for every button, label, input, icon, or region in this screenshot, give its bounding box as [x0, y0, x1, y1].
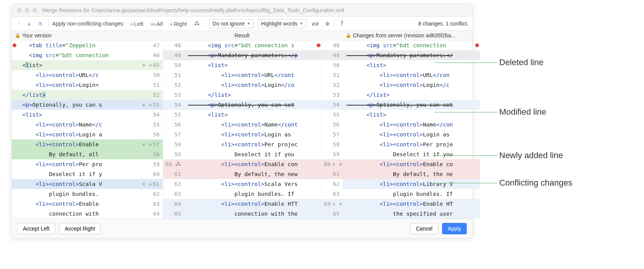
code-line[interactable]: <li><control>Login</c [343, 80, 480, 90]
line-number[interactable]: 61 [321, 169, 343, 179]
line-number[interactable]: 63 [321, 189, 343, 199]
code-line[interactable]: Deselect it if y [12, 169, 141, 179]
right-pane[interactable]: <img src="bdt_connection_ <p>Mandatory p… [343, 40, 480, 219]
line-number[interactable]: 62 [141, 189, 163, 199]
code-line[interactable]: Deselect it if you [343, 149, 480, 159]
prev-change-button[interactable]: ↑ [16, 19, 22, 28]
code-line[interactable]: <li><control>Per projec [184, 139, 321, 149]
line-number[interactable]: 50 [141, 70, 163, 80]
line-number[interactable]: 60 ⁂ [163, 159, 184, 169]
apply-chunk-button[interactable]: 60 « × [321, 159, 343, 169]
code-line[interactable]: By default, the new [184, 169, 321, 179]
line-number[interactable]: 65 [321, 209, 343, 219]
line-number[interactable]: 54 [163, 100, 184, 110]
code-line[interactable]: <li><control>Library V [343, 179, 480, 189]
code-line[interactable]: Deselect it if you [184, 149, 321, 159]
code-line[interactable]: <li><control>URL</con [343, 70, 480, 80]
cancel-button[interactable]: Cancel [410, 223, 438, 234]
code-line[interactable]: <p>Mandatory parameters:</p [184, 50, 321, 60]
line-number[interactable]: 52 [141, 90, 163, 100]
apply-chunk-button[interactable]: × » 57 [141, 139, 163, 149]
code-line[interactable]: </list> [343, 90, 480, 100]
code-line[interactable]: connection with [12, 209, 141, 219]
code-line[interactable]: <li><control>URL</cont [184, 70, 321, 80]
line-number[interactable]: 64 [163, 199, 184, 209]
code-line[interactable]: <li><control>Enable con [184, 159, 321, 169]
code-line[interactable]: <li><control>URL</c [12, 70, 141, 80]
code-line[interactable]: <list> [12, 60, 141, 70]
code-line[interactable]: plugin bundles. If [184, 189, 321, 199]
code-line[interactable]: <img src="bdt_connection_s [184, 40, 321, 50]
code-line[interactable]: <list> [343, 110, 480, 120]
code-line[interactable]: <li><control>Login as [343, 130, 480, 139]
code-line[interactable]: <li><control>Per proje [343, 139, 480, 149]
line-number[interactable]: 60 [141, 169, 163, 179]
line-number[interactable]: 57 [321, 130, 343, 139]
code-line[interactable]: <p>Optionally, you can s [12, 100, 141, 110]
line-number[interactable]: 56 [141, 130, 163, 139]
left-pane[interactable]: <tab title="Zeppelin <img src="bdt_conne… [12, 40, 141, 219]
code-line[interactable]: </list> [12, 90, 141, 100]
line-number[interactable]: 58 [141, 149, 163, 159]
code-line[interactable]: <li><control>Name</c [12, 120, 141, 130]
result-pane[interactable]: <img src="bdt_connection_s <p>Mandatory … [184, 40, 321, 219]
code-line[interactable]: plugin bundles. If [343, 189, 480, 199]
code-line[interactable]: <list> [12, 110, 141, 120]
code-line[interactable]: <li><control>Name</con [343, 120, 480, 130]
code-line[interactable]: <li><control>Per pro [12, 159, 141, 169]
line-number[interactable]: 53 [163, 90, 184, 100]
line-number[interactable]: 52 [163, 80, 184, 90]
line-number[interactable]: 48 [321, 40, 343, 50]
apply-all-button[interactable]: »« All [149, 20, 165, 28]
line-number[interactable]: 59 [141, 159, 163, 169]
apply-right-button[interactable]: « Right [168, 20, 189, 28]
code-line[interactable]: <li><control>Name</cont [184, 120, 321, 130]
code-line[interactable]: <list> [184, 60, 321, 70]
code-line[interactable]: <li><control>Enable [12, 139, 141, 149]
left-gutter[interactable]: 4748× » 49505152× » 53545556× » 57585960… [141, 40, 163, 219]
line-number[interactable]: 55 [141, 120, 163, 130]
next-change-button[interactable]: ↓ [26, 19, 32, 28]
code-line[interactable]: <li><control>Enable HTT [184, 199, 321, 209]
code-line[interactable]: <img src="bdt_connection [12, 50, 141, 60]
line-number[interactable]: 51 [163, 70, 184, 80]
code-line[interactable]: <li><control>Scala Vers [184, 179, 321, 189]
line-number[interactable]: 62 [163, 179, 184, 189]
line-number[interactable]: 58 [163, 139, 184, 149]
code-line[interactable]: <li><control>Login as [184, 130, 321, 139]
magic-resolve-button[interactable]: ⤨ [36, 19, 44, 28]
line-number[interactable]: 50 [163, 60, 184, 70]
code-line[interactable]: <li><control>Enable HT [343, 199, 480, 209]
wand-icon[interactable]: ⁂ [192, 19, 201, 28]
zoom-icon[interactable] [32, 8, 37, 13]
line-number[interactable]: 59 [321, 149, 343, 159]
code-line[interactable]: <li><control>Login</co [184, 80, 321, 90]
line-number[interactable]: 59 [163, 149, 184, 159]
window-controls[interactable] [17, 8, 37, 13]
code-line[interactable]: <p>Mandatory parameters:</ [343, 50, 480, 60]
line-number[interactable]: 56 [163, 120, 184, 130]
line-number[interactable]: 49 [321, 50, 343, 60]
line-number[interactable]: 56 [321, 120, 343, 130]
code-line[interactable]: <li><control>Enable co [343, 159, 480, 169]
apply-chunk-button[interactable]: × » 49 [141, 60, 163, 70]
sync-scroll-icon[interactable]: ⇵⇵ [310, 19, 320, 28]
line-number[interactable]: 48 [163, 40, 184, 50]
line-number[interactable]: 61 [163, 169, 184, 179]
code-line[interactable]: <p>Optionally, you can set [343, 100, 480, 110]
line-number[interactable]: 51 [321, 70, 343, 80]
code-line[interactable]: <list> [184, 110, 321, 120]
settings-icon[interactable]: ⚙ [324, 19, 330, 28]
line-number[interactable]: 57 [163, 130, 184, 139]
apply-left-button[interactable]: » Left [128, 20, 145, 28]
line-number[interactable]: 52 [321, 80, 343, 90]
ignore-select[interactable]: Do not ignore▼ [209, 19, 254, 28]
line-number[interactable]: 63 [163, 189, 184, 199]
line-number[interactable]: 54 [321, 100, 343, 110]
code-line[interactable]: <li><control>Scala V [12, 179, 141, 189]
apply-chunk-button[interactable]: 64 « × [321, 199, 343, 209]
line-number[interactable]: 47 [141, 40, 163, 50]
code-line[interactable]: connection with the [184, 209, 321, 219]
code-line[interactable]: <li><control>Login a [12, 130, 141, 139]
help-icon[interactable]: ? [338, 19, 345, 28]
